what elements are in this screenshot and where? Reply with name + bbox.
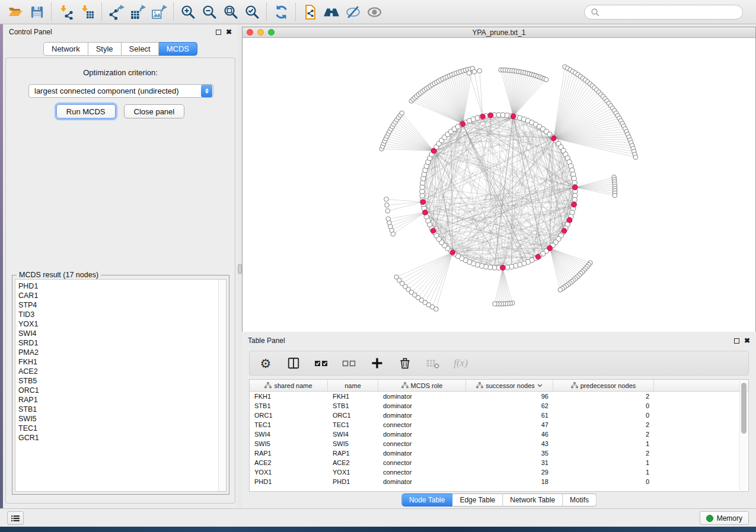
export-table-icon[interactable] xyxy=(127,2,148,22)
criterion-select[interactable]: largest connected component (undirected) xyxy=(28,84,213,98)
network-leaf-node[interactable] xyxy=(386,217,391,222)
zoom-selected-icon[interactable] xyxy=(241,2,263,22)
table-cell[interactable]: RAP1 xyxy=(250,450,328,457)
memory-button[interactable]: Memory xyxy=(700,511,749,525)
table-cell[interactable]: dominator xyxy=(378,431,466,438)
tab-motifs[interactable]: Motifs xyxy=(563,493,596,507)
close-panel-button[interactable]: Close panel xyxy=(124,104,185,118)
network-dominator-node[interactable] xyxy=(460,121,465,127)
mcds-result-item[interactable]: TEC1 xyxy=(18,424,218,433)
network-leaf-node[interactable] xyxy=(633,155,638,160)
network-dominator-node[interactable] xyxy=(430,228,436,233)
float-table-panel-icon[interactable] xyxy=(734,338,739,344)
tab-mcds[interactable]: MCDS xyxy=(159,42,197,56)
mcds-list-scrollbar[interactable] xyxy=(218,280,226,491)
table-row[interactable]: RAP1RAP1dominator352 xyxy=(250,448,748,458)
network-leaf-node[interactable] xyxy=(558,287,563,292)
tab-network[interactable]: Network xyxy=(43,42,88,56)
table-cell[interactable]: TEC1 xyxy=(328,421,378,428)
table-row[interactable]: PHD1PHD1dominator180 xyxy=(250,477,748,486)
mcds-result-item[interactable]: ACE2 xyxy=(18,367,218,376)
table-cell[interactable]: 0 xyxy=(553,478,654,485)
network-dominator-node[interactable] xyxy=(562,228,567,233)
table-cell[interactable]: 0 xyxy=(553,402,654,409)
search-input[interactable] xyxy=(600,8,736,17)
table-cell[interactable]: SWI4 xyxy=(250,431,328,438)
table-cell[interactable]: SWI5 xyxy=(328,440,378,447)
import-table-icon[interactable] xyxy=(76,2,98,22)
table-row[interactable]: SWI4SWI4dominator462 xyxy=(250,430,748,439)
network-leaf-node[interactable] xyxy=(613,193,617,198)
column-view-icon[interactable] xyxy=(286,355,301,371)
network-dominator-node[interactable] xyxy=(535,254,541,259)
network-leaf-node[interactable] xyxy=(394,275,399,280)
zoom-in-icon[interactable] xyxy=(177,2,199,22)
table-cell[interactable]: 96 xyxy=(466,393,553,400)
clear-selection-icon[interactable] xyxy=(342,355,357,371)
mcds-result-item[interactable]: YOX1 xyxy=(18,319,218,329)
table-cell[interactable]: 47 xyxy=(466,421,553,428)
table-row[interactable]: SWI5SWI5connector431 xyxy=(250,439,748,448)
table-cell[interactable]: STB1 xyxy=(250,402,328,409)
network-search-box[interactable] xyxy=(584,5,743,20)
tab-network-table[interactable]: Network Table xyxy=(503,493,563,507)
delete-column-icon[interactable] xyxy=(397,355,413,371)
mcds-result-item[interactable]: SRD1 xyxy=(18,338,218,348)
mcds-result-item[interactable]: TID3 xyxy=(18,310,218,319)
float-panel-icon[interactable] xyxy=(216,30,221,35)
table-scrollbar[interactable] xyxy=(739,380,747,491)
table-row[interactable]: FKH1FKH1dominator962 xyxy=(250,392,748,401)
export-network-icon[interactable] xyxy=(106,2,127,22)
column-header-shared-name[interactable]: shared name xyxy=(250,380,328,391)
table-cell[interactable]: 1 xyxy=(553,469,654,476)
column-header-name[interactable]: name xyxy=(328,380,378,391)
search-network-icon[interactable] xyxy=(321,2,342,22)
network-leaf-node[interactable] xyxy=(467,70,471,75)
network-dominator-node[interactable] xyxy=(573,185,578,190)
network-leaf-node[interactable] xyxy=(400,111,404,116)
mcds-result-item[interactable]: SWI4 xyxy=(18,329,218,338)
mcds-result-item[interactable]: STB1 xyxy=(18,405,218,414)
table-cell[interactable]: 0 xyxy=(553,412,654,419)
network-leaf-node[interactable] xyxy=(477,69,482,73)
network-dominator-node[interactable] xyxy=(572,202,577,207)
mcds-result-item[interactable]: PHD1 xyxy=(18,281,218,291)
table-row[interactable]: ORC1ORC1dominator610 xyxy=(250,411,748,420)
mcds-result-item[interactable]: STP4 xyxy=(18,300,218,310)
table-cell[interactable]: ORC1 xyxy=(328,412,378,419)
zoom-out-icon[interactable] xyxy=(199,2,220,22)
table-cell[interactable]: dominator xyxy=(378,450,466,457)
network-leaf-node[interactable] xyxy=(472,69,477,74)
table-cell[interactable]: ORC1 xyxy=(250,412,328,419)
splitter-grip[interactable] xyxy=(238,264,242,274)
table-row[interactable]: ACE2ACE2connector311 xyxy=(250,458,748,467)
mcds-result-item[interactable]: RAP1 xyxy=(18,395,218,405)
table-cell[interactable]: dominator xyxy=(378,402,466,409)
table-cell[interactable]: 46 xyxy=(466,431,553,438)
network-dominator-node[interactable] xyxy=(431,148,436,153)
network-dominator-node[interactable] xyxy=(500,265,505,271)
table-cell[interactable]: 1 xyxy=(553,459,654,466)
table-cell[interactable]: connector xyxy=(378,459,466,466)
show-graphics-icon[interactable] xyxy=(363,2,385,22)
table-cell[interactable]: connector xyxy=(378,421,466,428)
network-canvas[interactable] xyxy=(243,38,755,332)
table-cell[interactable]: 43 xyxy=(466,440,553,447)
network-dominator-node[interactable] xyxy=(511,114,516,119)
mcds-result-item[interactable]: FKH1 xyxy=(18,357,218,367)
table-cell[interactable]: 1 xyxy=(553,440,654,447)
tab-style[interactable]: Style xyxy=(88,42,122,56)
close-table-panel-icon[interactable]: ✖ xyxy=(744,337,750,344)
mcds-result-item[interactable]: STB5 xyxy=(18,376,218,386)
network-dominator-node[interactable] xyxy=(450,250,455,255)
tab-node-table[interactable]: Node Table xyxy=(401,493,453,507)
table-cell[interactable]: 62 xyxy=(466,402,553,409)
table-cell[interactable]: 2 xyxy=(553,421,654,428)
table-cell[interactable]: 31 xyxy=(466,459,553,466)
table-cell[interactable]: RAP1 xyxy=(328,450,378,457)
table-cell[interactable]: FKH1 xyxy=(250,393,328,400)
share-document-icon[interactable] xyxy=(299,2,321,22)
network-leaf-node[interactable] xyxy=(385,209,390,213)
show-panels-list-button[interactable] xyxy=(7,511,24,525)
table-cell[interactable]: 2 xyxy=(553,393,654,400)
